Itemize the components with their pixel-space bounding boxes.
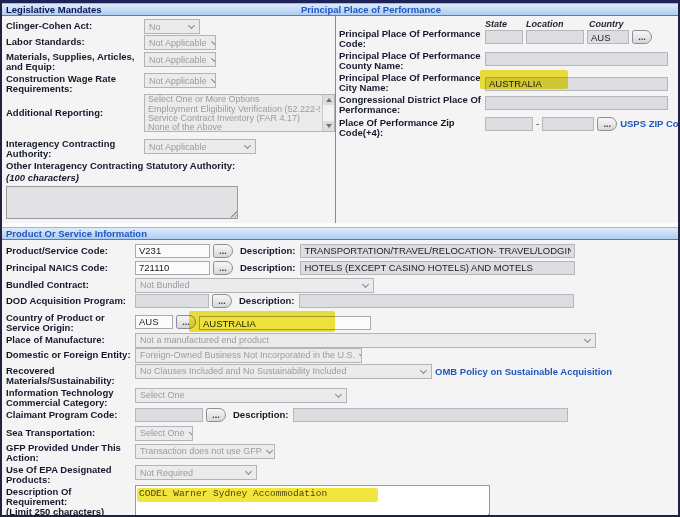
chevron-down-icon <box>211 76 216 83</box>
field-row-interagency-authority: Interagency Contracting Authority: Not A… <box>6 137 335 159</box>
scroll-down-icon[interactable] <box>323 121 335 131</box>
labor-standards-select[interactable]: Not Applicable <box>144 35 216 50</box>
clinger-cohen-select[interactable]: No <box>144 19 200 34</box>
ppop-county-label: Principal Place Of Performance County Na… <box>339 49 485 71</box>
recovered-materials-label: Recovered Materials/Sustainability: <box>6 364 135 386</box>
scroll-up-icon[interactable] <box>323 95 335 105</box>
field-row-claimant-program-code: Claimant Program Code: ... Description: <box>6 408 678 426</box>
construction-wage-value: Not Applicable <box>149 76 207 86</box>
it-commercial-category-value: Select One <box>140 390 185 400</box>
location-column-header: Location <box>526 19 589 29</box>
field-row-congressional-district: Congressional District Place Of Performa… <box>339 93 680 115</box>
listbox-option[interactable]: Select One or More Options <box>148 95 320 104</box>
additional-reporting-listbox[interactable]: Select One or More Options Employment El… <box>144 94 335 132</box>
bundled-contract-value: Not Bundled <box>140 280 190 290</box>
chevron-down-icon <box>211 55 216 62</box>
materials-supplies-value: Not Applicable <box>149 55 207 65</box>
naics-description-label: Description: <box>240 262 295 273</box>
it-commercial-category-label: Information Technology Commercial Catego… <box>6 386 135 408</box>
congressional-district-input[interactable] <box>485 96 668 110</box>
bundled-contract-select[interactable]: Not Bundled <box>135 278 374 293</box>
gfp-provided-select[interactable]: Transaction does not use GFP <box>135 444 275 459</box>
psc-description-input[interactable] <box>300 244 575 258</box>
epa-designated-products-select[interactable]: Not Required <box>135 465 257 480</box>
usps-zip-codes-link[interactable]: USPS ZIP Codes <box>620 118 680 129</box>
omb-policy-link[interactable]: OMB Policy on Sustainable Acquisition <box>435 366 612 377</box>
origin-country-name-input[interactable] <box>199 316 371 330</box>
zip-lookup-ellipsis-button[interactable]: ... <box>597 117 617 131</box>
materials-supplies-select[interactable]: Not Applicable <box>144 52 216 67</box>
zip-code-input[interactable] <box>485 117 533 131</box>
labor-standards-label: Labor Standards: <box>6 35 144 47</box>
principal-place-of-performance-panel: Principal Place Of Performance Code: Sta… <box>336 16 680 223</box>
field-row-naics-code: Principal NAICS Code: ... Description: <box>6 261 678 278</box>
interagency-authority-label: Interagency Contracting Authority: <box>6 137 144 159</box>
claimant-description-input[interactable] <box>293 408 568 422</box>
top-section-headers: Legislative Mandates Principal Place of … <box>2 3 678 16</box>
description-of-requirement-label-block: Description Of Requirement: (Limit 250 c… <box>6 485 135 517</box>
dod-acquisition-input[interactable] <box>135 294 209 308</box>
field-row-other-interagency: Other Interagency Contracting Statutory … <box>6 159 335 222</box>
listbox-scrollbar[interactable] <box>322 95 334 131</box>
listbox-option[interactable]: Service Contract Inventory (FAR 4.17) <box>148 114 320 123</box>
dod-description-input[interactable] <box>299 294 574 308</box>
zip-code-label: Place Of Performance Zip Code(+4): <box>339 116 485 138</box>
ppop-city-input[interactable] <box>485 77 668 91</box>
dod-lookup-ellipsis-button[interactable]: ... <box>212 294 232 308</box>
field-row-sea-transportation: Sea Transportation: Select One <box>6 426 678 441</box>
dod-description-label: Description: <box>239 295 294 306</box>
materials-supplies-label: Materials, Supplies, Articles, and Equip… <box>6 50 144 72</box>
field-row-product-service-code: Product/Service Code: ... Description: <box>6 244 678 261</box>
country-input[interactable] <box>587 30 629 44</box>
field-row-ppop-code: Principal Place Of Performance Code: Sta… <box>339 19 680 49</box>
ppop-code-column-headers: State Location Country <box>485 19 652 29</box>
field-row-construction-wage: Construction Wage Rate Requirements: Not… <box>6 72 335 94</box>
zip-plus4-input[interactable] <box>542 117 594 131</box>
listbox-option[interactable]: Employment Eligibility Verification (52.… <box>148 105 320 114</box>
naics-lookup-ellipsis-button[interactable]: ... <box>213 261 233 275</box>
naics-code-input[interactable] <box>135 261 210 275</box>
dod-acquisition-label: DOD Acquisition Program: <box>6 294 135 306</box>
field-row-clinger-cohen: Clinger-Cohen Act: No <box>6 19 335 35</box>
sea-transportation-label: Sea Transportation: <box>6 426 135 438</box>
it-commercial-category-select[interactable]: Select One <box>135 388 347 403</box>
recovered-materials-select[interactable]: No Clauses Included and No Sustainabilit… <box>135 364 432 379</box>
sea-transportation-value: Select One <box>140 428 185 438</box>
domestic-foreign-entity-label: Domestic or Foreign Entity: <box>6 348 135 360</box>
field-row-labor-standards: Labor Standards: Not Applicable <box>6 35 335 50</box>
interagency-authority-select[interactable]: Not Applicable <box>144 139 256 154</box>
description-of-requirement-textarea[interactable]: CODEL Warner Sydney Accommodation <box>135 485 490 517</box>
description-of-requirement-hint: (Limit 250 characters) <box>6 507 135 517</box>
location-input[interactable] <box>526 30 584 44</box>
ppop-county-input[interactable] <box>485 52 668 66</box>
state-column-header: State <box>485 19 526 29</box>
construction-wage-select[interactable]: Not Applicable <box>144 73 216 88</box>
interagency-authority-value: Not Applicable <box>149 142 207 152</box>
product-service-code-input[interactable] <box>135 244 210 258</box>
gfp-provided-label: GFP Provided Under This Action: <box>6 441 135 463</box>
psc-lookup-ellipsis-button[interactable]: ... <box>213 244 233 258</box>
domestic-foreign-entity-select[interactable]: Foreign-Owned Business Not Incorporated … <box>135 348 362 363</box>
origin-lookup-ellipsis-button[interactable]: ... <box>176 315 196 329</box>
field-row-place-of-manufacture: Place of Manufacture: Not a manufactured… <box>6 333 678 348</box>
origin-country-code-input[interactable] <box>135 315 173 329</box>
psc-description-label: Description: <box>240 245 295 256</box>
listbox-option[interactable]: None of the Above <box>148 123 320 132</box>
recovered-materials-value: No Clauses Included and No Sustainabilit… <box>140 366 347 376</box>
country-lookup-ellipsis-button[interactable]: ... <box>632 30 652 44</box>
claimant-lookup-ellipsis-button[interactable]: ... <box>206 408 226 422</box>
field-row-additional-reporting: Additional Reporting: Select One or More… <box>6 94 335 135</box>
place-of-manufacture-select[interactable]: Not a manufactured end product <box>135 333 596 348</box>
field-row-epa-designated-products: Use Of EPA Designated Products: Not Requ… <box>6 463 678 485</box>
naics-description-input[interactable] <box>300 261 575 275</box>
place-of-manufacture-label: Place of Manufacture: <box>6 333 135 345</box>
field-row-domestic-foreign-entity: Domestic or Foreign Entity: Foreign-Owne… <box>6 348 678 364</box>
state-input[interactable] <box>485 30 523 44</box>
claimant-program-code-input[interactable] <box>135 408 203 422</box>
sea-transportation-select[interactable]: Select One <box>135 426 193 441</box>
chevron-down-icon <box>244 142 251 149</box>
other-interagency-label: Other Interagency Contracting Statutory … <box>6 159 335 171</box>
other-interagency-textarea[interactable] <box>6 186 238 219</box>
chevron-down-icon <box>335 391 342 398</box>
country-column-header: Country <box>589 19 624 29</box>
